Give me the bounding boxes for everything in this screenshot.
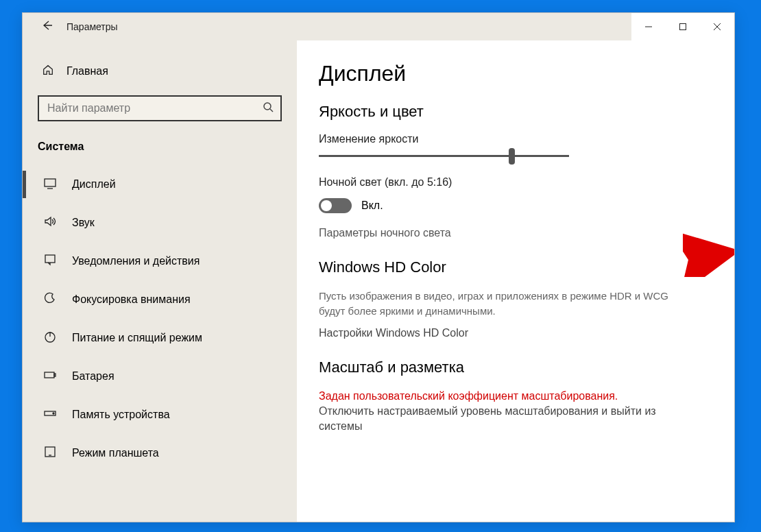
nightlight-toggle[interactable] bbox=[319, 198, 352, 213]
home-link[interactable]: Главная bbox=[23, 57, 297, 86]
titlebar: Параметры bbox=[23, 13, 734, 40]
hdr-heading: Windows HD Color bbox=[319, 258, 707, 276]
sound-icon bbox=[43, 215, 57, 231]
sidebar-item-label: Режим планшета bbox=[72, 447, 159, 459]
sidebar-item-label: Звук bbox=[72, 217, 95, 229]
svg-line-5 bbox=[270, 109, 273, 112]
svg-point-14 bbox=[53, 413, 54, 414]
sidebar-item-focus[interactable]: Фокусировка внимания bbox=[23, 280, 297, 319]
window-title: Параметры bbox=[67, 21, 118, 32]
tablet-icon bbox=[43, 445, 57, 461]
nightlight-settings-link[interactable]: Параметры ночного света bbox=[319, 227, 707, 239]
focus-icon bbox=[43, 291, 57, 308]
close-button[interactable] bbox=[700, 13, 734, 40]
svg-rect-12 bbox=[54, 374, 56, 376]
search-input[interactable] bbox=[38, 95, 282, 121]
sidebar-item-battery[interactable]: Батарея bbox=[23, 357, 297, 396]
svg-rect-11 bbox=[45, 372, 54, 378]
sidebar-item-tablet[interactable]: Режим планшета bbox=[23, 434, 297, 472]
search-wrap bbox=[38, 95, 282, 121]
svg-rect-8 bbox=[45, 255, 55, 263]
svg-line-17 bbox=[731, 200, 734, 252]
sidebar-item-label: Фокусировка внимания bbox=[72, 293, 191, 306]
content-panel: Дисплей Яркость и цвет Изменение яркости… bbox=[297, 40, 734, 522]
scale-heading: Масштаб и разметка bbox=[319, 359, 707, 376]
settings-window: Параметры Главная Система bbox=[22, 12, 735, 522]
sidebar-item-label: Дисплей bbox=[72, 178, 116, 191]
svg-rect-6 bbox=[45, 179, 56, 186]
scale-warning: Задан пользовательский коэффициент масшт… bbox=[319, 389, 689, 404]
battery-icon bbox=[43, 368, 57, 385]
brightness-slider[interactable] bbox=[319, 155, 569, 157]
nav-section-header: Система bbox=[23, 134, 297, 165]
display-icon bbox=[43, 176, 57, 193]
slider-thumb[interactable] bbox=[509, 148, 515, 165]
brightness-label: Изменение яркости bbox=[319, 133, 707, 145]
svg-point-4 bbox=[264, 103, 271, 110]
nightlight-label: Ночной свет (вкл. до 5:16) bbox=[319, 176, 707, 189]
sidebar-item-label: Батарея bbox=[72, 370, 114, 383]
storage-icon bbox=[43, 407, 57, 423]
sidebar-item-label: Память устройства bbox=[72, 409, 170, 421]
toggle-state-label: Вкл. bbox=[361, 200, 383, 212]
home-label: Главная bbox=[67, 65, 108, 77]
sidebar-item-sound[interactable]: Звук bbox=[23, 204, 297, 242]
sidebar: Главная Система Дисплей Звук bbox=[23, 40, 297, 522]
sidebar-item-notifications[interactable]: Уведомления и действия bbox=[23, 242, 297, 280]
back-button[interactable] bbox=[42, 20, 53, 34]
nav-list: Дисплей Звук Уведомления и действия Фоку… bbox=[23, 165, 297, 472]
sidebar-item-label: Уведомления и действия bbox=[72, 255, 200, 267]
sidebar-item-display[interactable]: Дисплей bbox=[23, 165, 297, 204]
home-icon bbox=[42, 64, 54, 79]
svg-rect-1 bbox=[680, 24, 686, 30]
hdr-description: Пусть изображения в видео, играх и прило… bbox=[319, 289, 689, 319]
sidebar-item-label: Питание и спящий режим bbox=[72, 332, 202, 344]
hdr-settings-link[interactable]: Настройки Windows HD Color bbox=[319, 327, 707, 339]
sidebar-item-storage[interactable]: Память устройства bbox=[23, 396, 297, 434]
sidebar-item-power[interactable]: Питание и спящий режим bbox=[23, 319, 297, 357]
maximize-button[interactable] bbox=[666, 13, 700, 40]
power-icon bbox=[43, 330, 57, 346]
minimize-button[interactable] bbox=[631, 13, 666, 40]
notifications-icon bbox=[43, 253, 57, 269]
scale-signout-link[interactable]: Отключить настраиваемый уровень масштаби… bbox=[319, 404, 689, 435]
toggle-knob bbox=[321, 200, 332, 211]
page-title: Дисплей bbox=[319, 61, 707, 86]
search-icon bbox=[263, 101, 274, 115]
brightness-heading: Яркость и цвет bbox=[319, 103, 707, 121]
